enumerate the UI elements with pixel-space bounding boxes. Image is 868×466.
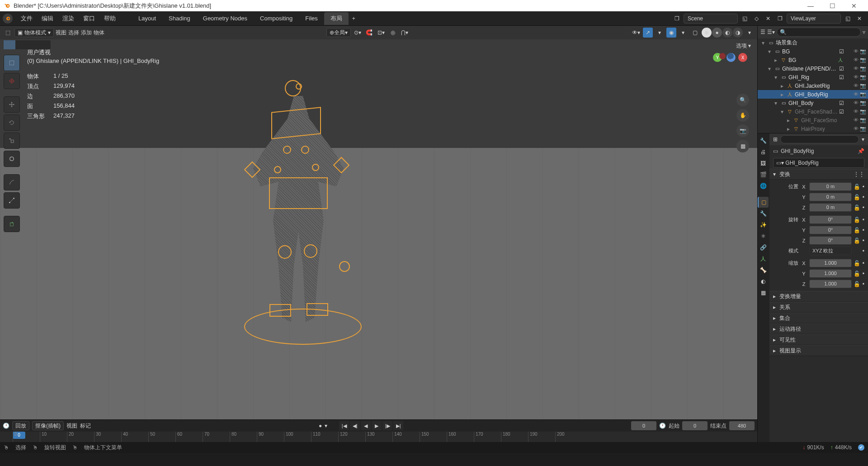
viewlayer-dropdown[interactable]: ViewLayer (787, 14, 841, 24)
overlay-opts-icon[interactable]: ▾ (678, 28, 688, 38)
tool-annotate[interactable] (4, 174, 20, 190)
panel-motion[interactable]: ▸运动路径 (769, 323, 868, 334)
outliner-row[interactable]: ▾▭GHI_Body☑👁 📷 (758, 99, 868, 107)
scl-x[interactable]: 1.000 (809, 259, 852, 267)
rot-z[interactable]: 0° (809, 236, 852, 245)
minimize-button[interactable]: — (800, 0, 821, 11)
timeline-ruler[interactable]: 0 01020304050607080901001101201301401501… (0, 432, 757, 442)
status-dot[interactable]: ✔ (858, 444, 864, 451)
ptab-scene[interactable]: 🎬 (758, 169, 769, 180)
selmode-2[interactable] (15, 40, 27, 49)
outliner-scene-collection[interactable]: ▾▭ 场景集合 (758, 38, 868, 47)
outliner-row[interactable]: ▸▽HairProxy👁 📷 (758, 124, 868, 133)
panel-delta[interactable]: ▸变换增量 (769, 291, 868, 302)
next-key[interactable]: |▶ (382, 421, 392, 430)
vp-menu-add[interactable]: 添加 (81, 29, 92, 37)
tool-transform[interactable] (4, 151, 20, 167)
object-name-field[interactable]: ▭▾ GHI_BodyRig (773, 158, 864, 168)
panel-display[interactable]: ▸视图显示 (769, 345, 868, 356)
tool-addcube[interactable] (4, 216, 20, 232)
viewlayer-del-icon[interactable]: ✕ (854, 14, 864, 24)
workspace-tab-files[interactable]: Files (299, 13, 324, 24)
timeline-keying[interactable]: 抠像(插帧) (32, 421, 64, 430)
nav-persp[interactable]: ▦ (736, 140, 749, 152)
props-editor-icon[interactable]: ⊞ (773, 136, 778, 143)
scl-z[interactable]: 1.000 (809, 280, 852, 288)
panel-visibility[interactable]: ▸可见性 (769, 334, 868, 345)
tool-scale[interactable] (4, 133, 20, 149)
timeline-editor-icon[interactable]: 🕐 (3, 423, 9, 429)
blender-logo-icon[interactable] (3, 14, 13, 24)
ptab-render[interactable]: 🔧 (758, 135, 769, 146)
menu-window[interactable]: 窗口 (79, 13, 99, 24)
editor-type-icon[interactable]: ⬚ (3, 28, 13, 38)
ptab-physics[interactable]: ⚛ (758, 231, 769, 242)
ptab-viewlayer[interactable]: 🖼 (758, 158, 769, 169)
vp-menu-object[interactable]: 物体 (94, 29, 104, 37)
ptab-material[interactable]: ◐ (758, 276, 769, 287)
mode-select[interactable]: ▣ 物体模式 ▾ (14, 28, 54, 37)
outliner-row[interactable]: ▾▭BG☑👁 📷 (758, 47, 868, 56)
nav-pan[interactable]: ✋ (736, 109, 749, 122)
workspace-tab-geonodes[interactable]: Geometry Nodes (197, 13, 254, 24)
ptab-output[interactable]: 🖨 (758, 147, 769, 157)
selmode-3[interactable] (27, 40, 39, 49)
outliner-display-icon[interactable]: ☰▾ (767, 29, 775, 35)
rot-mode[interactable]: XYZ 欧拉 (809, 247, 852, 255)
prev-key[interactable]: ◀| (350, 421, 360, 430)
outliner-search[interactable]: 🔍 (777, 28, 861, 37)
menu-edit[interactable]: 编辑 (37, 13, 58, 24)
shading-rendered[interactable]: ◑ (733, 28, 743, 38)
pos-x[interactable]: 0 m (809, 182, 852, 191)
select-mode-bar[interactable] (4, 40, 51, 49)
pos-z[interactable]: 0 m (809, 203, 852, 212)
jump-start[interactable]: |◀ (339, 421, 349, 430)
falloff-icon[interactable]: ⋂▾ (400, 28, 410, 38)
lock-icon[interactable]: 🔓 (854, 184, 861, 190)
ptab-data[interactable]: 人 (758, 253, 769, 264)
ptab-texture[interactable]: ▦ (758, 287, 769, 298)
selmode-4[interactable] (39, 40, 51, 49)
proportional-icon[interactable]: ◎ (388, 28, 398, 38)
viewlayer-browse-icon[interactable]: ❐ (775, 14, 785, 24)
ptab-particles[interactable]: ✨ (758, 219, 769, 230)
restrict-checkbox[interactable]: ☑ (839, 66, 845, 72)
pos-y[interactable]: 0 m (809, 193, 852, 201)
props-opts-icon[interactable]: ▾ (862, 136, 864, 143)
panel-collections[interactable]: ▸集合 (769, 313, 868, 323)
ptab-bone[interactable]: 🦴 (758, 265, 769, 276)
selmode-1[interactable] (4, 40, 15, 49)
close-button[interactable]: ✕ (844, 0, 864, 11)
overlay-toggle[interactable]: ◉ (666, 28, 676, 38)
clock-icon[interactable]: 🕐 (659, 423, 666, 429)
menu-file[interactable]: 文件 (16, 13, 37, 24)
gizmo-toggle[interactable]: ↗ (643, 28, 653, 38)
outliner-tree[interactable]: ▾▭ 场景集合 ▾▭BG☑👁 📷▸▽BG人👁 📷▾▭Ghislane (APPE… (758, 38, 868, 133)
menu-help[interactable]: 帮助 (99, 13, 120, 24)
keyset-icon[interactable]: ▾ (325, 423, 327, 429)
shading-matprev[interactable]: ◐ (722, 28, 732, 38)
tool-select[interactable] (4, 55, 20, 71)
panel-transform[interactable]: ▾变换⋮⋮ (769, 169, 868, 180)
props-search[interactable] (780, 135, 859, 143)
scene-pin-icon[interactable]: ◇ (751, 14, 761, 24)
pivot-icon[interactable]: ⊙▾ (353, 28, 363, 38)
jump-end[interactable]: ▶| (393, 421, 403, 430)
outliner-row[interactable]: ▾▭Ghislane (APPEND/LINK T☑👁 📷 (758, 64, 868, 73)
play-rev[interactable]: ◀ (361, 421, 371, 430)
shading-wireframe[interactable]: ⊕ (702, 28, 712, 38)
frame-end[interactable]: 480 (729, 421, 755, 430)
outliner-row[interactable]: ▸▽GHI_FaceSmo👁 📷 (758, 116, 868, 124)
tool-move[interactable] (4, 96, 20, 113)
outliner-row[interactable]: ▾▽GHI_FaceShadow☑👁 📷 (758, 107, 868, 116)
ptab-object[interactable]: ▢ (758, 197, 769, 208)
shading-solid[interactable]: ● (712, 28, 722, 38)
play-fwd[interactable]: ▶ (372, 421, 382, 430)
outliner-row[interactable]: ▾▭GHI_Rig☑👁 📷 (758, 73, 868, 81)
restrict-checkbox[interactable]: ☑ (839, 100, 845, 106)
scene-new-icon[interactable]: ◱ (740, 14, 750, 24)
scene-browse-icon[interactable]: ❐ (672, 14, 682, 24)
restrict-checkbox[interactable]: ☑ (839, 48, 845, 55)
outliner-row[interactable]: ▸▽BG人👁 📷 (758, 56, 868, 64)
workspace-tab-shading[interactable]: Shading (162, 13, 197, 24)
